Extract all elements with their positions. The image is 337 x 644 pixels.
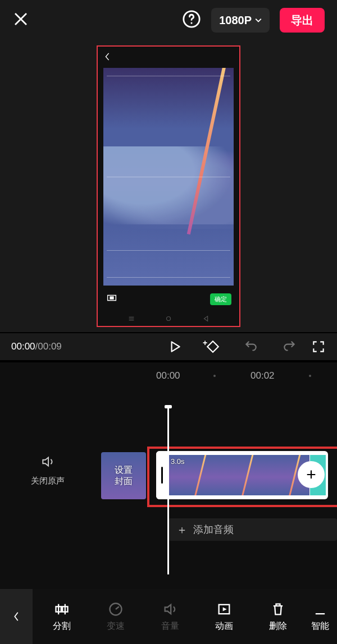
time-current: 00:00 xyxy=(11,341,35,352)
preview-canvas[interactable] xyxy=(103,68,234,286)
redo-button[interactable] xyxy=(273,339,306,354)
aspect-ratio-button[interactable] xyxy=(106,292,118,306)
resolution-selector[interactable]: 1080P xyxy=(211,8,270,33)
animate-label: 动画 xyxy=(215,620,233,632)
plus-icon: ＋ xyxy=(176,522,188,537)
svg-rect-3 xyxy=(110,296,113,300)
svg-point-4 xyxy=(167,317,171,321)
mute-original-button[interactable]: 关闭原声 xyxy=(0,454,95,486)
play-icon xyxy=(167,339,182,354)
aspect-ratio-icon xyxy=(106,292,118,304)
ruler-tick-0: 00:00 xyxy=(156,370,180,381)
preview-confirm-button[interactable]: 确定 xyxy=(210,293,231,305)
delete-icon xyxy=(270,601,286,617)
playhead[interactable] xyxy=(167,406,169,574)
preview-area: 确定 xyxy=(0,40,337,332)
chevron-left-icon xyxy=(11,611,21,622)
toolbar-back-button[interactable] xyxy=(0,589,33,644)
timeline[interactable]: 00:00 00:02 关闭原声 设置封面 3.0s + ＋ 添加音频 xyxy=(0,362,337,589)
plus-icon: + xyxy=(306,466,316,483)
set-cover-button[interactable]: 设置封面 xyxy=(101,452,146,499)
add-audio-track[interactable]: ＋ 添加音频 xyxy=(168,518,337,541)
time-total: 00:09 xyxy=(38,341,62,352)
export-button[interactable]: 导出 xyxy=(280,8,325,33)
speed-icon xyxy=(108,601,124,617)
close-button[interactable] xyxy=(12,11,29,30)
speaker-icon xyxy=(40,454,55,469)
bottom-toolbar: 分割 变速 音量 动画 删除 智能 xyxy=(0,589,337,644)
keyframe-icon xyxy=(206,339,220,354)
help-icon xyxy=(182,10,201,29)
confirm-label: 确定 xyxy=(215,296,227,302)
smart-button[interactable]: 智能 xyxy=(309,601,331,632)
ruler-tick-1: 00:02 xyxy=(251,370,275,381)
play-button[interactable] xyxy=(158,339,191,354)
speed-label: 变速 xyxy=(107,620,125,632)
resolution-label: 1080P xyxy=(219,14,252,27)
timecode: 00:00/00:09 xyxy=(11,341,62,352)
split-button[interactable]: 分割 xyxy=(38,601,85,632)
split-icon xyxy=(54,601,70,617)
speed-button[interactable]: 变速 xyxy=(92,601,139,632)
fullscreen-button[interactable] xyxy=(311,339,326,354)
animate-icon xyxy=(216,601,232,617)
phone-frame: 确定 xyxy=(97,45,240,327)
clip-left-handle[interactable] xyxy=(156,451,167,499)
volume-button[interactable]: 音量 xyxy=(147,601,194,632)
smart-icon xyxy=(312,601,328,617)
add-clip-button[interactable]: + xyxy=(298,461,325,488)
redo-icon xyxy=(282,339,297,354)
svg-point-1 xyxy=(191,22,193,24)
delete-button[interactable]: 删除 xyxy=(254,601,302,632)
time-ruler[interactable]: 00:00 00:02 xyxy=(0,362,337,389)
clip-thumbnail xyxy=(215,455,262,495)
plus-icon: + xyxy=(203,338,207,347)
transport-bar: 00:00/00:09 + xyxy=(0,333,337,360)
preview-back-button[interactable] xyxy=(103,53,111,63)
android-navbar xyxy=(98,314,239,326)
mute-label: 关闭原声 xyxy=(0,476,95,486)
top-bar: 1080P 导出 xyxy=(0,0,337,40)
undo-button[interactable] xyxy=(235,339,267,354)
volume-label: 音量 xyxy=(161,620,179,632)
fullscreen-icon xyxy=(311,339,326,354)
undo-icon xyxy=(244,339,258,354)
keyframe-button[interactable]: + xyxy=(197,339,229,354)
animate-button[interactable]: 动画 xyxy=(201,601,248,632)
help-button[interactable] xyxy=(182,10,201,31)
split-label: 分割 xyxy=(53,620,71,632)
delete-label: 删除 xyxy=(269,620,287,632)
chevron-left-icon xyxy=(103,53,111,61)
smart-label: 智能 xyxy=(311,620,329,632)
export-label: 导出 xyxy=(291,13,313,28)
clip-duration-label: 3.0s xyxy=(171,457,185,466)
add-audio-label: 添加音频 xyxy=(193,523,234,536)
close-icon xyxy=(12,11,29,27)
video-clip[interactable]: 3.0s + xyxy=(156,451,328,499)
volume-icon xyxy=(162,601,178,617)
chevron-down-icon xyxy=(255,18,262,22)
